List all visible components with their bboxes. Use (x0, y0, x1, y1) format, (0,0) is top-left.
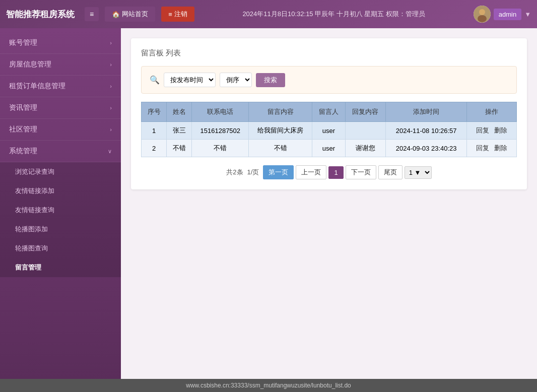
sidebar-label-system: 系统管理 (9, 147, 37, 156)
main-layout: 账号管理 › 房屋信息管理 › 租赁订单信息管理 › 资讯管理 › 社区管理 ›… (0, 28, 537, 379)
search-button[interactable]: 搜索 (256, 73, 285, 87)
col-content: 留言内容 (249, 102, 312, 122)
header: 智能推荐租房系统 ≡ 🏠 网站首页 ≡ 注销 2024年11月8日10:32:1… (0, 0, 537, 28)
sidebar-item-community[interactable]: 社区管理 › (0, 119, 121, 141)
col-phone: 联系电话 (192, 102, 249, 122)
svg-point-1 (479, 9, 485, 15)
sidebar-label-news: 资讯管理 (9, 103, 37, 112)
sidebar-item-banner-add[interactable]: 轮播图添加 (0, 220, 121, 239)
cell-5 (345, 122, 386, 140)
cell-5: 谢谢您 (345, 140, 386, 157)
sidebar-label-house: 房屋信息管理 (9, 60, 51, 69)
sidebar-label-account: 账号管理 (9, 38, 37, 47)
cell-3: 给我留间大床房 (249, 122, 312, 140)
user-area: admin ▼ (474, 6, 531, 23)
table-row: 1张三15161287502给我留间大床房user2024-11-08 10:2… (142, 122, 517, 140)
page-card: 留言板 列表 🔍 按发布时间 倒序 搜索 序号 姓名 联系电话 (131, 38, 527, 189)
home-icon: 🏠 (112, 11, 120, 18)
message-table: 序号 姓名 联系电话 留言内容 留言人 回复内容 添加时间 操作 1张三1516… (141, 102, 517, 157)
dropdown-icon[interactable]: ▼ (524, 11, 531, 18)
logout-icon: ≡ (168, 11, 172, 18)
sidebar-submenu-system: 浏览记录查询 友情链接添加 友情链接查询 轮播图添加 轮播图查询 留言管理 (0, 162, 121, 277)
sidebar-item-message[interactable]: 留言管理 (0, 258, 121, 277)
cell-3: 不错 (249, 140, 312, 157)
sidebar-item-friend-query[interactable]: 友情链接查询 (0, 201, 121, 220)
datetime: 2024年11月8日10:32:15 甲辰年 十月初八 星期五 权限：管理员 (200, 10, 467, 19)
col-user: 留言人 (312, 102, 345, 122)
delete-action[interactable]: 删除 (494, 126, 507, 134)
col-time: 添加时间 (386, 102, 467, 122)
sidebar-label-community: 社区管理 (9, 125, 37, 134)
col-action: 操作 (467, 102, 517, 122)
next-page-button[interactable]: 下一页 (346, 165, 376, 179)
sidebar-label-order: 租赁订单信息管理 (9, 82, 65, 91)
pagination: 共2条 1/页 第一页 上一页 1 下一页 尾页 1 ▼ (141, 165, 517, 179)
page-title: 留言板 列表 (141, 48, 517, 58)
last-page-button[interactable]: 尾页 (378, 165, 402, 179)
cell-actions: 回复 删除 (467, 140, 517, 157)
cell-2: 15161287502 (192, 122, 249, 140)
footer: www.csbishe.cn:33333/ssm_mutifangwuzusit… (0, 379, 537, 392)
pages-info: 1/页 (247, 168, 259, 177)
sidebar-arrow-account: › (110, 40, 112, 46)
sidebar-arrow-house: › (110, 61, 112, 68)
first-page-button[interactable]: 第一页 (263, 165, 294, 179)
sort-select[interactable]: 按发布时间 (164, 73, 216, 87)
footer-url: www.csbishe.cn:33333/ssm_mutifangwuzusit… (186, 382, 351, 389)
search-bar: 🔍 按发布时间 倒序 搜索 (141, 66, 517, 94)
page-number-1[interactable]: 1 (328, 166, 343, 179)
logo: 智能推荐租房系统 (6, 9, 75, 20)
sidebar-arrow-order: › (110, 83, 112, 89)
cell-1: 张三 (167, 122, 192, 140)
home-button[interactable]: 🏠 网站首页 (105, 7, 155, 22)
cell-4: user (312, 140, 345, 157)
order-select[interactable]: 倒序 (220, 73, 252, 87)
sidebar-item-house[interactable]: 房屋信息管理 › (0, 54, 121, 76)
cell-2: 不错 (192, 140, 249, 157)
cell-actions: 回复 删除 (467, 122, 517, 140)
sidebar-item-banner-query[interactable]: 轮播图查询 (0, 239, 121, 258)
main-content: 留言板 列表 🔍 按发布时间 倒序 搜索 序号 姓名 联系电话 (121, 28, 537, 379)
sidebar-item-account[interactable]: 账号管理 › (0, 32, 121, 54)
prev-page-button[interactable]: 上一页 (296, 165, 326, 179)
sidebar-item-browse[interactable]: 浏览记录查询 (0, 162, 121, 181)
total-info: 共2条 (226, 168, 243, 177)
col-reply: 回复内容 (345, 102, 386, 122)
avatar (474, 6, 491, 23)
cell-0: 1 (142, 122, 167, 140)
sidebar-item-system[interactable]: 系统管理 ∨ (0, 141, 121, 162)
sidebar-item-friend-add[interactable]: 友情链接添加 (0, 181, 121, 201)
delete-action[interactable]: 删除 (494, 144, 507, 152)
sidebar-item-order[interactable]: 租赁订单信息管理 › (0, 76, 121, 97)
sidebar: 账号管理 › 房屋信息管理 › 租赁订单信息管理 › 资讯管理 › 社区管理 ›… (0, 28, 121, 379)
cell-4: user (312, 122, 345, 140)
table-header-row: 序号 姓名 联系电话 留言内容 留言人 回复内容 添加时间 操作 (142, 102, 517, 122)
sidebar-arrow-news: › (110, 105, 112, 111)
logout-button[interactable]: ≡ 注销 (161, 7, 194, 22)
reply-action[interactable]: 回复 (476, 126, 489, 134)
cell-1: 不错 (167, 140, 192, 157)
menu-toggle-button[interactable]: ≡ (85, 7, 99, 21)
cell-0: 2 (142, 140, 167, 157)
username-label[interactable]: admin (494, 9, 521, 20)
sidebar-arrow-community: › (110, 126, 112, 133)
cell-6: 2024-11-08 10:26:57 (386, 122, 467, 140)
table-row: 2不错不错不错user谢谢您2024-09-03 23:40:23回复 删除 (142, 140, 517, 157)
search-icon: 🔍 (150, 75, 160, 85)
sidebar-arrow-system: ∨ (108, 148, 112, 155)
svg-point-2 (478, 15, 487, 22)
col-id: 序号 (142, 102, 167, 122)
page-size-select[interactable]: 1 ▼ (405, 166, 432, 179)
cell-6: 2024-09-03 23:40:23 (386, 140, 467, 157)
sidebar-item-news[interactable]: 资讯管理 › (0, 97, 121, 119)
reply-action[interactable]: 回复 (476, 144, 489, 152)
col-name: 姓名 (167, 102, 192, 122)
